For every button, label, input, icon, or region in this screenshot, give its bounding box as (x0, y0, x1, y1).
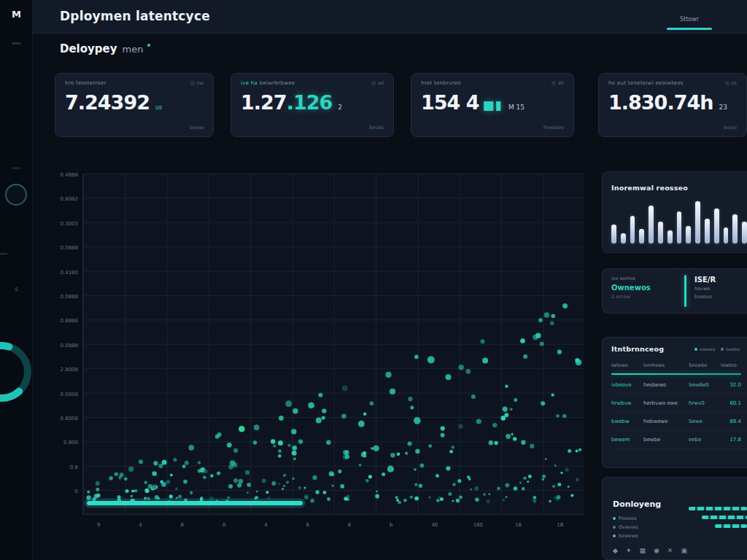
scatter-point (565, 467, 568, 471)
scatter-point (279, 416, 284, 421)
bar (658, 222, 663, 244)
y-axis-label: 2.8008 (55, 367, 78, 373)
scatter-point (419, 484, 422, 488)
scatter-point (273, 444, 276, 447)
scatter-point (368, 475, 372, 478)
deploy-action-icon-1[interactable]: ◆ (613, 547, 618, 554)
scatter-point (475, 498, 479, 502)
deployment-progress-bars (681, 507, 747, 533)
scatter-points (83, 174, 585, 515)
table-cell: ivbeove (611, 382, 640, 388)
table-row[interactable]: bewembewbeeebe17.8 (611, 431, 747, 449)
scatter-point (503, 407, 508, 412)
y-axis-label: 0.0008 (55, 392, 78, 397)
kpi-card-4[interactable]: ho out teneteiwl eeoiwteoses 1.830.74h23… (598, 73, 747, 137)
header-action-tab[interactable]: Sttowr (667, 10, 712, 24)
kpi-card-3[interactable]: hrot tenbrvreoah 154 4■▮M 15 hewboro (411, 73, 574, 137)
scatter-point (505, 385, 508, 388)
scatter-point (287, 444, 290, 447)
scatter-point (198, 469, 201, 472)
table-header-row: IwteweIvrehowsSeewbeIewteo (611, 359, 747, 372)
kpi-card-1[interactable]: hro feosterroerew 7.24392us beww (55, 73, 214, 137)
scatter-point (298, 486, 301, 489)
x-axis-label: 160 (473, 522, 483, 528)
scatter-point (557, 350, 562, 354)
scatter-point (139, 459, 143, 464)
scatter-point (92, 497, 96, 501)
scatter-point (440, 497, 444, 501)
scatter-point (125, 489, 129, 493)
scatter-point (519, 481, 522, 483)
scatter-point (344, 450, 349, 454)
kpi-card-2[interactable]: ive ha beiwrbrbweead 1.27.1262 beubs (231, 73, 394, 137)
header-title: Dploymen latentcyce (60, 9, 210, 23)
x-axis-label: 8 (306, 522, 309, 528)
deploy-legend-item: Peowos (613, 516, 638, 521)
table-row[interactable]: bwebwhobwewoSewe69.4 (611, 413, 747, 431)
deploy-action-icon-4[interactable]: ◉ (654, 547, 659, 554)
bar (630, 216, 635, 244)
scatter-point (182, 464, 186, 468)
scatter-point (375, 494, 379, 499)
deploy-action-icon-3[interactable]: ▦ (639, 547, 646, 554)
scatter-point (441, 427, 445, 431)
table-cell: 69.4 (721, 419, 741, 424)
scatter-point (452, 446, 454, 448)
scatter-point (292, 451, 297, 456)
scatter-point (497, 487, 500, 491)
app-logo[interactable]: M (0, 9, 33, 20)
stat-right-title: ISE/R (694, 276, 716, 284)
scatter-point (475, 486, 479, 491)
scatter-point (557, 483, 561, 486)
scatter-point (414, 497, 419, 501)
scatter-point (131, 495, 133, 497)
scatter-point (410, 496, 413, 499)
sidebar-gauge-ring-icon[interactable] (0, 332, 33, 412)
bar-chart-card[interactable]: Inoremwal reosseo (602, 171, 747, 253)
scatter-point (117, 499, 121, 503)
table-row[interactable]: hrwbvwherbvwo ewehrwv060.1 (611, 394, 747, 413)
scatter-point (395, 496, 398, 499)
scatter-point (292, 446, 297, 451)
scatter-point (327, 497, 330, 501)
kpi-subtext: beubs (369, 125, 384, 131)
table-row[interactable]: ivbeovehesbewoSew6e032.0 (611, 376, 747, 394)
deploy-progress-bar (715, 524, 747, 528)
bar (695, 201, 700, 244)
scatter-point (322, 416, 325, 419)
kpi-corner-badge: es (725, 80, 737, 86)
scatter-point (556, 414, 560, 418)
scatter-point (436, 499, 440, 502)
scatter-point (488, 493, 490, 495)
bar (621, 233, 626, 244)
y-axis-label: 0.4180 (55, 270, 78, 276)
scatter-point (266, 491, 268, 494)
scatter-point (506, 496, 507, 497)
kpi-corner-badge: ew (190, 80, 204, 86)
scatter-point (278, 449, 282, 453)
scatter-point (448, 492, 452, 496)
deploy-action-icon-6[interactable]: ▣ (681, 547, 687, 554)
table-cell: 60.1 (721, 400, 741, 406)
plot-area[interactable] (82, 174, 584, 515)
scatter-point (190, 491, 193, 494)
scatter-point (513, 437, 516, 440)
scatter-point (494, 441, 498, 445)
deployment-card[interactable]: Donloyeng PeowosOvwvwsbewewo ◆✦▦◉✕▣ (602, 477, 747, 560)
table-cell: hobwewo (643, 419, 686, 424)
scatter-point (228, 484, 233, 489)
scatter-point (87, 491, 90, 494)
deploy-action-icon-2[interactable]: ✦ (626, 547, 632, 554)
scatter-point (304, 494, 309, 499)
scatter-point (446, 466, 450, 470)
scatter-point (436, 474, 439, 478)
scatter-point (200, 497, 203, 499)
sidebar-circle-button[interactable] (5, 184, 27, 206)
deploy-action-icon-5[interactable]: ✕ (667, 547, 673, 554)
stat-card[interactable]: ive oerreo Ownewos 2 ercow ISE/R hovwo b… (602, 268, 747, 314)
scatter-point (492, 423, 497, 427)
table-cell: hesbewo (643, 382, 686, 388)
scatter-point (363, 455, 366, 458)
scatter-point (293, 478, 295, 480)
table-cell: bewem (611, 437, 640, 443)
